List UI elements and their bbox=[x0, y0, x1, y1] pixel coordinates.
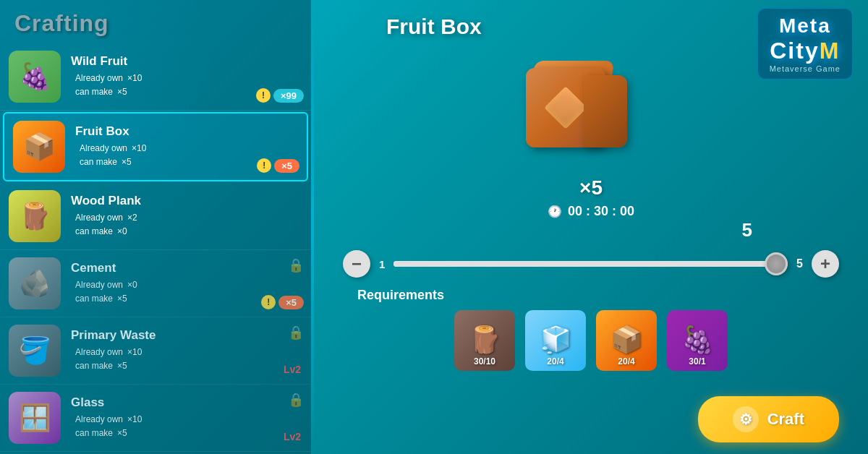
logo-sub: Metaverse Game bbox=[770, 64, 841, 73]
item-name: Wild Fruit bbox=[71, 54, 302, 69]
item-details-wood-plank: Wood Plank Already own×2 can make×0 bbox=[71, 194, 302, 239]
item-badge-wild-fruit: ! ×99 bbox=[256, 88, 304, 103]
item-icon-wild-fruit: 🍇 bbox=[9, 51, 61, 103]
item-stat-make: can make×5 bbox=[71, 427, 302, 440]
lock-icon: 🔒 bbox=[288, 325, 304, 340]
item-details-primary-waste: Primary Waste Already own×10 can make×5 bbox=[71, 328, 302, 373]
item-stat-make: can make×0 bbox=[71, 225, 302, 239]
clock-icon: 🕐 bbox=[548, 205, 562, 218]
selected-item-quantity: ×5 bbox=[579, 176, 603, 200]
level-badge-glass: Lv2 bbox=[284, 431, 301, 442]
list-item-fruit-box[interactable]: 📦 Fruit Box Already own×10 can make×5 ! … bbox=[3, 112, 308, 181]
badge-warn-icon: ! bbox=[261, 295, 276, 309]
timer-row: 🕐 00 : 30 : 00 bbox=[548, 204, 634, 219]
item-icon-cement: 🪨 bbox=[9, 257, 61, 309]
item-stat-own: Already own×10 bbox=[71, 72, 302, 85]
badge-count-orange: ×5 bbox=[278, 296, 304, 309]
craft-button-row: ⚙ Craft bbox=[698, 396, 839, 442]
item-stat-own: Already own×10 bbox=[71, 346, 302, 359]
qty-min-label: 1 bbox=[379, 258, 385, 270]
list-item-wood-plank[interactable]: 🪵 Wood Plank Already own×2 can make×0 bbox=[0, 183, 311, 250]
fruit-box-icon bbox=[519, 53, 649, 162]
req-count-wild-fruit: 30/1 bbox=[689, 356, 705, 367]
item-stat-make: can make×5 bbox=[71, 359, 302, 373]
req-item-ice-block: 🧊 20/4 bbox=[525, 310, 586, 371]
item-details-glass: Glass Already own×10 can make×5 bbox=[71, 395, 302, 440]
item-name: Fruit Box bbox=[75, 124, 298, 139]
req-icon-wood-plank: 📦 bbox=[610, 325, 643, 355]
req-count-ice-block: 20/4 bbox=[547, 356, 563, 367]
craft-btn-icon: ⚙ bbox=[733, 406, 759, 432]
item-icon-primary-waste: 🪣 bbox=[9, 325, 61, 377]
item-badge-cement: ! ×5 bbox=[261, 295, 304, 309]
lock-icon: 🔒 bbox=[288, 392, 304, 408]
item-stat-own: Already own×10 bbox=[75, 142, 298, 155]
item-name: Primary Waste bbox=[71, 328, 302, 343]
quantity-slider[interactable] bbox=[393, 250, 788, 278]
item-name: Cement bbox=[71, 261, 302, 275]
item-icon-wood-plank: 🪵 bbox=[9, 190, 61, 242]
logo-area: Meta CityM Metaverse Game bbox=[757, 7, 854, 80]
req-icon-ice-block: 🧊 bbox=[540, 325, 572, 355]
craft-button[interactable]: ⚙ Craft bbox=[698, 396, 839, 442]
item-stat-own: Already own×0 bbox=[71, 278, 302, 292]
right-panel: Fruit Box ×5 🕐 00 : 30 : 00 Meta bbox=[314, 0, 868, 454]
list-item-primary-waste[interactable]: 🔒 🪣 Primary Waste Already own×10 can mak… bbox=[0, 317, 311, 385]
logo-city: CityM bbox=[770, 38, 841, 64]
craft-btn-label: Craft bbox=[767, 410, 804, 429]
requirements-label: Requirements bbox=[357, 288, 444, 303]
timer-value: 00 : 30 : 00 bbox=[568, 204, 634, 219]
requirements-row: 🪵 30/10 🧊 20/4 📦 20/4 🍇 30/1 bbox=[454, 310, 728, 371]
left-panel: 🍇 Wild Fruit Already own×10 can make×5 !… bbox=[0, 0, 311, 454]
badge-warn-icon: ! bbox=[256, 88, 271, 103]
req-item-wild-fruit: 🍇 30/1 bbox=[667, 310, 728, 371]
item-icon-glass: 🪟 bbox=[9, 392, 61, 444]
list-item-glass[interactable]: 🔒 🪟 Glass Already own×10 can make×5 Lv2 bbox=[0, 385, 311, 452]
badge-count-orange: ×5 bbox=[274, 159, 299, 173]
qty-decrease-button[interactable]: − bbox=[343, 250, 370, 278]
item-name: Glass bbox=[71, 395, 302, 410]
req-item-wood-log: 🪵 30/10 bbox=[454, 310, 515, 371]
item-icon-fruit-box: 📦 bbox=[13, 121, 65, 173]
badge-count: ×99 bbox=[273, 89, 304, 103]
selected-item-title: Fruit Box bbox=[386, 14, 482, 39]
lock-icon: 🔒 bbox=[288, 257, 304, 273]
logo-meta: Meta bbox=[770, 14, 841, 38]
qty-max-label: 5 bbox=[796, 257, 803, 270]
item-badge-fruit-box: ! ×5 bbox=[257, 158, 299, 173]
req-count-wood-plank: 20/4 bbox=[618, 356, 634, 367]
box-diamond bbox=[544, 86, 587, 129]
badge-warn-icon: ! bbox=[257, 158, 271, 173]
req-item-wood-plank: 📦 20/4 bbox=[596, 310, 657, 371]
level-badge-primary-waste: Lv2 bbox=[284, 364, 301, 375]
item-name: Wood Plank bbox=[71, 194, 302, 208]
qty-display-above: 5 bbox=[742, 219, 752, 241]
box-side bbox=[584, 75, 627, 147]
list-item-wild-fruit[interactable]: 🍇 Wild Fruit Already own×10 can make×5 !… bbox=[0, 43, 311, 111]
qty-increase-button[interactable]: + bbox=[812, 250, 839, 278]
list-item-cement[interactable]: 🔒 🪨 Cement Already own×0 can make×5 Lv2 … bbox=[0, 250, 311, 317]
req-icon-wood-log: 🪵 bbox=[469, 325, 501, 355]
req-count-wood-log: 30/10 bbox=[474, 356, 495, 367]
req-icon-wild-fruit: 🍇 bbox=[681, 325, 714, 355]
logo-wrapper: Meta CityM Metaverse Game bbox=[757, 7, 854, 80]
slider-thumb[interactable] bbox=[765, 252, 788, 275]
logo-m: M bbox=[820, 38, 841, 64]
item-stat-own: Already own×10 bbox=[71, 413, 302, 427]
item-stat-own: Already own×2 bbox=[71, 211, 302, 225]
item-preview bbox=[519, 53, 663, 169]
